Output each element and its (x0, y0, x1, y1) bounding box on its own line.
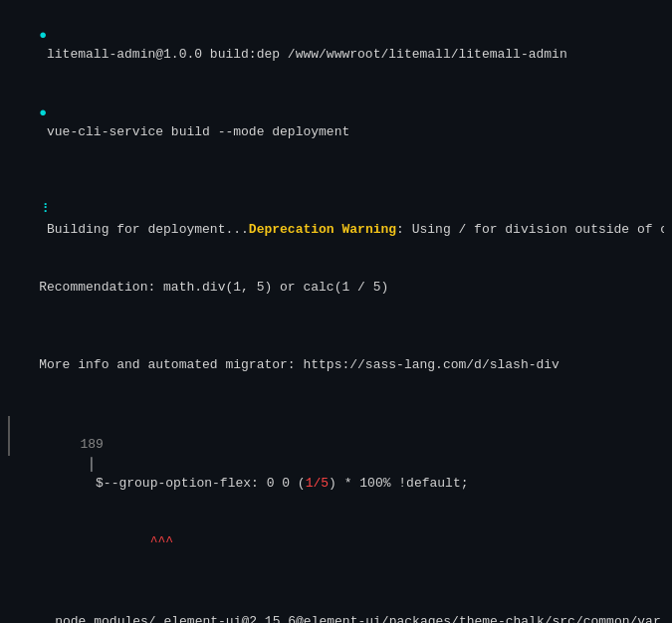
fraction-1: 1/5 (306, 476, 329, 491)
code-block-1: 189 │ $--group-option-flex: 0 0 (1/5) * … (8, 416, 664, 571)
caret-line-1: ^^^ (18, 513, 469, 571)
line-1: ● litemall-admin@1.0.0 build:dep /www/ww… (8, 6, 664, 84)
code-line-1: 189 │ $--group-option-flex: 0 0 (1/5) * … (18, 416, 469, 514)
line-2: ● vue-cli-service build --mode deploymen… (8, 84, 664, 161)
bullet-icon-2: ● (39, 105, 47, 120)
line-text-1: litemall-admin@1.0.0 build:dep /www/wwwr… (39, 47, 567, 62)
blank-3 (8, 394, 664, 414)
blank-4 (8, 573, 664, 593)
deprecation-warn-1: Deprecation Warning (249, 222, 396, 237)
building-text: Building for deployment... (39, 222, 249, 237)
node-module-line-1: node_modules/_element-ui@2.15.6@element-… (8, 592, 664, 623)
blank-1 (8, 161, 664, 181)
building-icon: ⠸ (39, 202, 57, 217)
line-text-2: vue-cli-service build --mode deployment (39, 124, 349, 139)
code-content-1: 189 │ $--group-option-flex: 0 0 (1/5) * … (10, 416, 469, 571)
caret-marks-1: ^^^ (150, 534, 173, 549)
line-recommendation-1: Recommendation: math.div(1, 5) or calc(1… (8, 259, 664, 317)
blank-2 (8, 316, 664, 336)
line-more-info-1: More info and automated migrator: https:… (8, 336, 664, 395)
terminal-window: ● litemall-admin@1.0.0 build:dep /www/ww… (0, 0, 672, 623)
line-number-1: 189 (80, 437, 103, 452)
line-building: ⠸ Building for deployment...Deprecation … (8, 181, 664, 259)
building-suffix: : Using / for division outside of cal (396, 222, 664, 237)
bullet-icon-1: ● (39, 28, 47, 43)
